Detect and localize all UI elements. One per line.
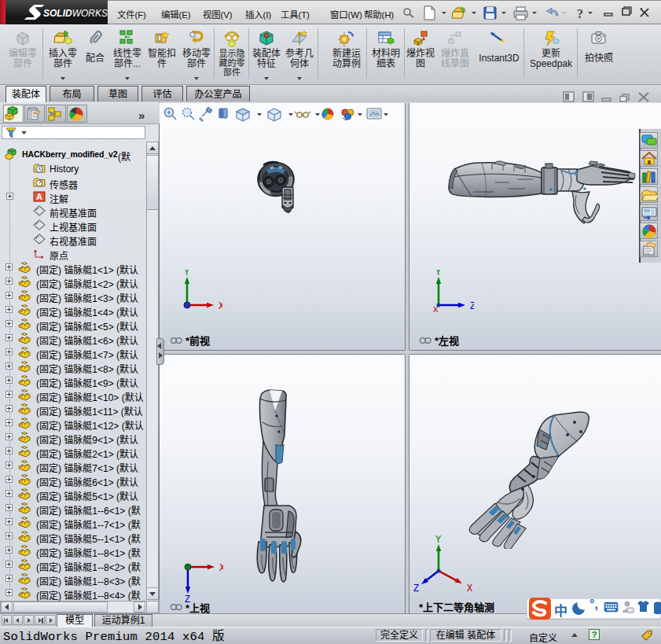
- svg-text:Y: Y: [435, 270, 441, 278]
- svg-text:?: ?: [577, 7, 583, 20]
- svg-text:X: X: [218, 301, 222, 312]
- svg-text:SOLIDWORKS: SOLIDWORKS: [43, 8, 108, 19]
- svg-text:Y: Y: [184, 270, 189, 278]
- svg-text:Z: Z: [470, 301, 474, 312]
- svg-text:Z: Z: [413, 583, 419, 594]
- svg-text:A: A: [36, 192, 42, 201]
- svg-text:Y: Y: [435, 535, 441, 546]
- svg-text:X: X: [467, 583, 472, 594]
- svg-text:X: X: [219, 563, 223, 574]
